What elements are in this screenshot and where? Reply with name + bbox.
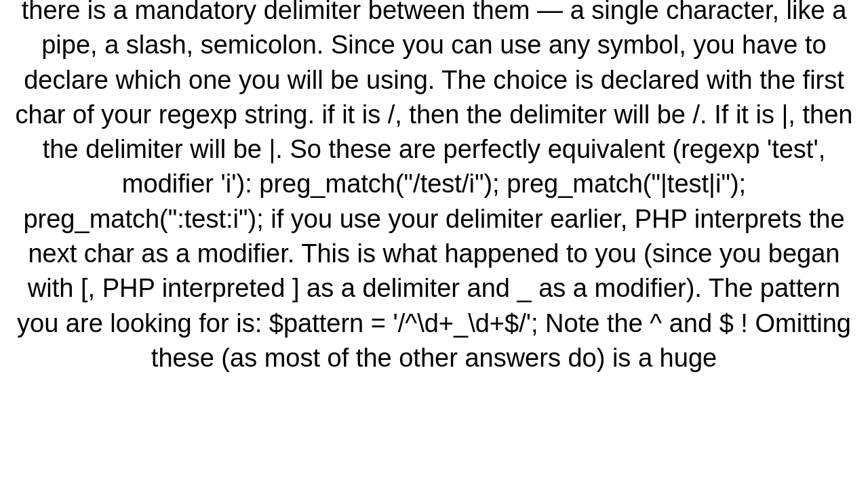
- content-area: there is a mandatory delimiter between t…: [0, 0, 868, 488]
- main-text-block: there is a mandatory delimiter between t…: [14, 0, 854, 375]
